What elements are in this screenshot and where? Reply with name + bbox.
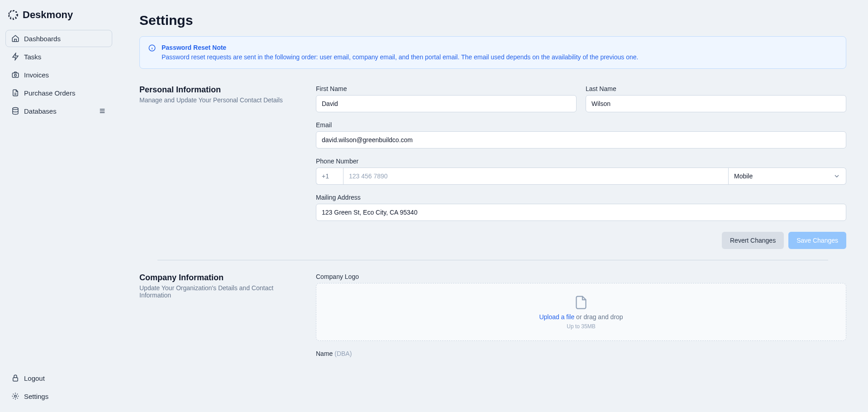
section-personal: Personal Information Manage and Update Y…	[139, 85, 846, 249]
svg-point-2	[14, 74, 17, 77]
revert-button[interactable]: Revert Changes	[722, 232, 784, 249]
save-button[interactable]: Save Changes	[788, 232, 846, 249]
page-title: Settings	[139, 13, 846, 28]
mailing-input[interactable]	[316, 204, 846, 221]
home-icon	[11, 34, 19, 43]
email-label: Email	[316, 121, 846, 129]
svg-rect-7	[13, 378, 18, 381]
nav-label: Databases	[24, 107, 57, 115]
alert-body: Password reset requests are sent in the …	[162, 53, 638, 62]
company-name-label-suffix: (DBA)	[334, 350, 352, 357]
svg-point-3	[13, 108, 18, 110]
mailing-label: Mailing Address	[316, 194, 846, 201]
nav-label: Dashboards	[24, 35, 61, 43]
svg-point-8	[14, 395, 17, 398]
section-company: Company Information Update Your Organiza…	[139, 273, 846, 357]
nav-label: Logout	[24, 374, 45, 382]
company-heading: Company Information	[139, 273, 298, 283]
last-name-input[interactable]	[586, 95, 846, 112]
sidebar-item-settings[interactable]: Settings	[5, 388, 112, 405]
brand: Deskmony	[5, 7, 112, 28]
phone-label: Phone Number	[316, 158, 846, 165]
gear-icon	[11, 392, 19, 400]
divider	[157, 260, 828, 260]
document-icon	[573, 294, 589, 311]
lock-icon	[11, 374, 19, 382]
company-name-label-text: Name	[316, 350, 333, 357]
sidebar-item-purchase-orders[interactable]: Purchase Orders	[5, 84, 112, 101]
file-icon	[11, 89, 19, 97]
company-logo-label: Company Logo	[316, 273, 846, 280]
upload-text: Upload a file or drag and drop	[539, 313, 623, 321]
brand-name: Deskmony	[23, 9, 73, 21]
bolt-icon	[11, 53, 19, 61]
brand-logo-icon	[7, 9, 19, 21]
nav-label: Tasks	[24, 53, 41, 61]
company-name-label: Name (DBA)	[316, 350, 846, 357]
upload-link[interactable]: Upload a file	[539, 313, 574, 321]
svg-rect-1	[12, 73, 19, 77]
nav: Dashboards Tasks Invoices Purchase Order…	[5, 30, 112, 120]
last-name-label: Last Name	[586, 85, 846, 92]
phone-input[interactable]	[343, 168, 729, 185]
personal-heading: Personal Information	[139, 85, 298, 95]
info-icon	[148, 44, 156, 52]
database-icon	[11, 107, 19, 115]
upload-sub: Up to 35MB	[567, 323, 595, 330]
chevron-down-icon	[833, 172, 840, 180]
sidebar-item-invoices[interactable]: Invoices	[5, 66, 112, 83]
company-sub: Update Your Organization's Details and C…	[139, 284, 298, 299]
upload-rest: or drag and drop	[574, 313, 623, 321]
nav-label: Settings	[24, 393, 48, 400]
phone-type-select[interactable]: Mobile	[729, 168, 846, 185]
password-reset-alert: Password Reset Note Password reset reque…	[139, 36, 846, 69]
personal-sub: Manage and Update Your Personal Contact …	[139, 96, 298, 104]
email-input[interactable]	[316, 131, 846, 149]
sidebar-item-logout[interactable]: Logout	[5, 369, 112, 387]
sidebar-item-dashboards[interactable]: Dashboards	[5, 30, 112, 47]
phone-type-value: Mobile	[734, 172, 753, 180]
camera-icon	[11, 71, 19, 79]
sidebar-item-tasks[interactable]: Tasks	[5, 48, 112, 65]
nav-footer: Logout Settings	[5, 369, 112, 405]
nav-label: Purchase Orders	[24, 89, 75, 97]
menu-icon	[98, 107, 106, 115]
upload-zone[interactable]: Upload a file or drag and drop Up to 35M…	[316, 283, 846, 341]
alert-title: Password Reset Note	[162, 43, 638, 53]
sidebar: Deskmony Dashboards Tasks Invoices Purch…	[0, 0, 118, 412]
nav-label: Invoices	[24, 71, 49, 79]
main: Settings Password Reset Note Password re…	[118, 0, 868, 412]
sidebar-item-databases[interactable]: Databases	[5, 102, 112, 120]
first-name-label: First Name	[316, 85, 577, 92]
first-name-input[interactable]	[316, 95, 577, 112]
phone-prefix[interactable]: +1	[316, 168, 343, 185]
